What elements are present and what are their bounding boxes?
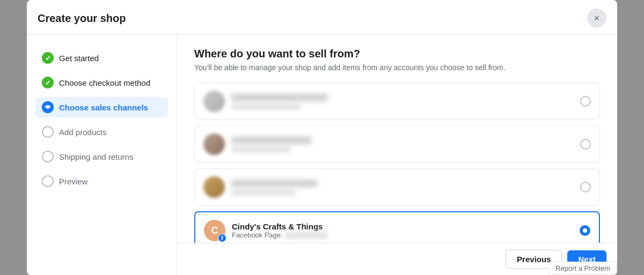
sidebar-label-get-started: Get started bbox=[59, 54, 99, 63]
close-button[interactable]: × bbox=[587, 9, 606, 28]
step-icon-active-sales bbox=[42, 101, 54, 113]
blurred-sub-3 bbox=[231, 189, 296, 195]
sidebar-label-choose-sales-channels: Choose sales channels bbox=[59, 103, 148, 112]
radio-btn-blurred-1[interactable] bbox=[580, 96, 591, 107]
modal-body: Get started Choose checkout method Cho bbox=[27, 35, 617, 275]
blurred-info-1 bbox=[231, 94, 328, 109]
svg-point-1 bbox=[46, 106, 49, 109]
content-area: Where do you want to sell from? You'll b… bbox=[177, 35, 617, 243]
channel-name-cindys: Cindy's Crafts & Things bbox=[232, 222, 328, 231]
blurred-sub-2 bbox=[231, 146, 290, 152]
sidebar-item-choose-checkout[interactable]: Choose checkout method bbox=[35, 72, 168, 93]
sidebar-item-add-products[interactable]: Add products bbox=[35, 122, 168, 142]
blurred-avatar-1 bbox=[203, 91, 225, 112]
blurred-name-3 bbox=[231, 180, 317, 187]
sidebar-label-add-products: Add products bbox=[59, 128, 106, 137]
blurred-info-2 bbox=[231, 137, 312, 152]
sidebar-item-get-started[interactable]: Get started bbox=[35, 48, 168, 68]
blurred-sub-1 bbox=[231, 103, 301, 109]
channel-sub-cindys: Facebook Page: bbox=[232, 231, 328, 239]
modal-header: Create your shop × bbox=[27, 0, 617, 35]
channel-card-cindys-crafts[interactable]: C f Cindy's Crafts & Things Facebook Pag… bbox=[194, 211, 600, 243]
blurred-avatar-2 bbox=[203, 133, 225, 155]
modal-overlay: Create your shop × Get started Choose ch… bbox=[0, 0, 644, 275]
channel-card-blurred-2[interactable] bbox=[194, 125, 600, 163]
step-icon-inactive-shipping bbox=[42, 151, 54, 162]
fb-badge-cindys: f bbox=[218, 234, 226, 242]
sidebar-item-preview[interactable]: Preview bbox=[35, 171, 168, 191]
main-content: Where do you want to sell from? You'll b… bbox=[177, 35, 617, 275]
channel-sub-value bbox=[285, 232, 328, 239]
radio-btn-blurred-2[interactable] bbox=[580, 139, 591, 150]
sidebar: Get started Choose checkout method Cho bbox=[27, 35, 177, 275]
blurred-info-3 bbox=[231, 180, 317, 195]
channel-list: C f Cindy's Crafts & Things Facebook Pag… bbox=[194, 83, 600, 243]
sidebar-label-shipping-returns: Shipping and returns bbox=[59, 152, 133, 161]
modal-title: Create your shop bbox=[38, 12, 126, 25]
blurred-name-1 bbox=[231, 94, 328, 101]
step-icon-done-checkout bbox=[42, 77, 54, 88]
step-icon-inactive-preview bbox=[42, 175, 54, 187]
step-icon-inactive-products bbox=[42, 126, 54, 138]
channel-card-blurred-1[interactable] bbox=[194, 83, 600, 120]
channel-left-blurred-3 bbox=[203, 176, 317, 198]
report-problem-button[interactable]: Report a Problem bbox=[548, 262, 617, 275]
sidebar-item-choose-sales-channels[interactable]: Choose sales channels bbox=[35, 97, 168, 117]
channel-left-blurred-2 bbox=[203, 133, 312, 155]
content-title: Where do you want to sell from? bbox=[194, 48, 600, 60]
channel-avatar-cindys: C f bbox=[204, 220, 225, 241]
radio-btn-blurred-3[interactable] bbox=[580, 182, 591, 192]
step-icon-done-get-started bbox=[42, 52, 54, 64]
channel-left-blurred-1 bbox=[203, 91, 328, 112]
modal: Create your shop × Get started Choose ch… bbox=[27, 0, 617, 275]
close-icon: × bbox=[594, 13, 600, 24]
sidebar-item-shipping-returns[interactable]: Shipping and returns bbox=[35, 146, 168, 167]
blurred-avatar-3 bbox=[203, 176, 225, 198]
sidebar-label-choose-checkout: Choose checkout method bbox=[59, 78, 150, 87]
channel-info-cindys: Cindy's Crafts & Things Facebook Page: bbox=[232, 222, 328, 239]
channel-left-cindys: C f Cindy's Crafts & Things Facebook Pag… bbox=[204, 220, 328, 241]
blurred-name-2 bbox=[231, 137, 312, 144]
content-subtitle: You'll be able to manage your shop and a… bbox=[194, 63, 600, 72]
sidebar-label-preview: Preview bbox=[59, 177, 87, 186]
channel-card-blurred-3[interactable] bbox=[194, 168, 600, 206]
channel-sub-label: Facebook Page: bbox=[232, 231, 283, 239]
radio-btn-cindys[interactable] bbox=[580, 225, 590, 236]
